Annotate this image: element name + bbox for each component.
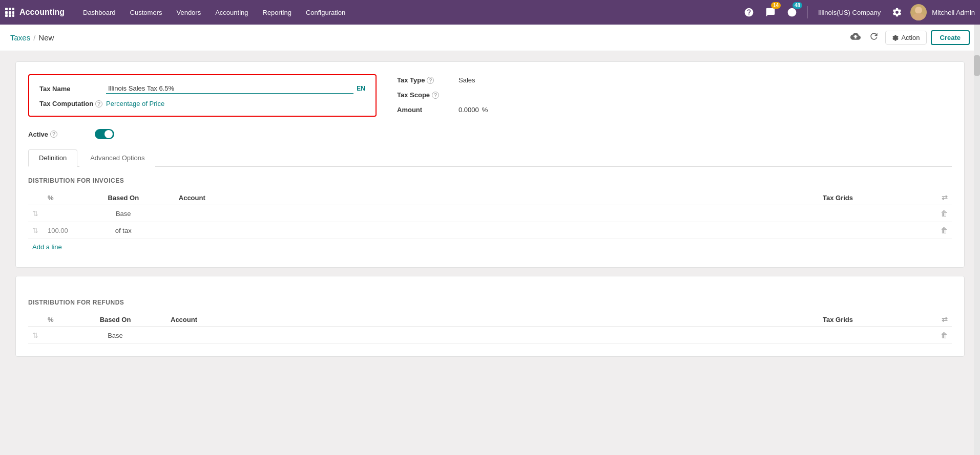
tax-name-label: Tax Name <box>39 85 106 93</box>
tax-type-help[interactable]: ? <box>427 77 434 84</box>
row2-account <box>175 222 819 239</box>
main-content: Tax Name EN Tax Computation ? Percentage… <box>0 51 980 375</box>
upload-icon[interactable] <box>848 29 863 46</box>
svg-rect-0 <box>5 8 8 10</box>
top-navigation: Accounting Dashboard Customers Vendors A… <box>0 0 980 25</box>
scroll-thumb[interactable] <box>974 55 980 76</box>
col-sort-header <box>28 190 44 205</box>
delete-row2-icon[interactable]: 🗑 <box>941 226 948 234</box>
amount-row: Amount 0.0000 % <box>397 106 952 114</box>
amount-value-row: 0.0000 % <box>458 106 488 114</box>
table-row: ⇅ Base 🗑 <box>28 205 952 222</box>
clock-badge: 48 <box>793 2 802 9</box>
settings-icon[interactable] <box>889 4 905 20</box>
add-line-button[interactable]: Add a line <box>28 239 66 255</box>
nav-reporting[interactable]: Reporting <box>257 6 298 19</box>
tab-definition[interactable]: Definition <box>28 149 77 167</box>
app-name: Accounting <box>19 8 65 17</box>
refunds-row1-based: Base <box>64 327 166 344</box>
chat-badge: 14 <box>771 2 781 9</box>
nav-vendors[interactable]: Vendors <box>170 6 207 19</box>
col-percent-header: % <box>44 190 72 205</box>
tax-scope-help[interactable]: ? <box>432 92 439 99</box>
svg-point-9 <box>915 7 922 14</box>
action-label: Action <box>901 34 920 41</box>
distribution-invoices-section: DISTRIBUTION FOR INVOICES % Based On Acc… <box>28 177 952 255</box>
refunds-col-transfer-icon: ⇄ <box>921 312 952 327</box>
transfer-arrows-icon[interactable]: ⇄ <box>942 193 948 202</box>
tax-computation-help[interactable]: ? <box>95 100 102 107</box>
refunds-delete-row1-icon[interactable]: 🗑 <box>941 331 948 339</box>
avatar[interactable] <box>910 4 927 20</box>
refunds-row1-account <box>166 327 819 344</box>
distribution-invoices-table: % Based On Account Tax Grids ⇄ ⇅ Base <box>28 190 952 239</box>
svg-rect-4 <box>9 11 11 14</box>
top-fields-row: Tax Name EN Tax Computation ? Percentage… <box>28 74 952 121</box>
distribution-refunds-card: DISTRIBUTION FOR REFUNDS % Based On Acco… <box>15 276 965 357</box>
refunds-sort-handle-1[interactable]: ⇅ <box>32 331 38 339</box>
refresh-icon[interactable] <box>867 29 881 46</box>
tax-type-row: Tax Type ? Sales <box>397 76 952 84</box>
distribution-refunds-table: % Based On Account Tax Grids ⇄ ⇅ Base <box>28 312 952 344</box>
refunds-row1-percent <box>44 327 64 344</box>
tax-computation-select[interactable]: Percentage of Price <box>106 100 164 107</box>
action-button[interactable]: Action <box>885 31 926 45</box>
tax-scope-label: Tax Scope ? <box>397 91 458 99</box>
row1-taxgrids <box>819 205 921 222</box>
breadcrumb-separator: / <box>33 33 35 42</box>
left-fields-box: Tax Name EN Tax Computation ? Percentage… <box>28 74 377 117</box>
table-row: ⇅ Base 🗑 <box>28 327 952 344</box>
tax-name-row: Tax Name EN <box>39 83 365 94</box>
user-name: Mitchell Admin <box>932 9 975 16</box>
amount-unit: % <box>482 106 488 114</box>
refunds-row1-taxgrids <box>819 327 921 344</box>
distribution-refunds-title: DISTRIBUTION FOR REFUNDS <box>28 299 952 306</box>
row2-percent: 100.00 <box>44 222 72 239</box>
svg-rect-1 <box>9 8 11 10</box>
breadcrumb-current: New <box>38 33 54 42</box>
chat-icon[interactable]: 14 <box>762 4 779 20</box>
col-taxgrids-header: Tax Grids <box>819 190 921 205</box>
col-based-header: Based On <box>72 190 175 205</box>
active-row: Active ? <box>28 129 952 139</box>
tax-type-label: Tax Type ? <box>397 76 458 84</box>
svg-point-10 <box>912 13 925 20</box>
refunds-col-account-header: Account <box>166 312 819 327</box>
support-icon[interactable] <box>741 4 757 20</box>
row2-taxgrids <box>819 222 921 239</box>
active-label: Active ? <box>28 131 95 138</box>
nav-configuration[interactable]: Configuration <box>300 6 351 19</box>
toolbar: Taxes / New Action Create <box>0 25 980 51</box>
svg-rect-7 <box>9 14 11 17</box>
tab-advanced-options[interactable]: Advanced Options <box>79 149 155 167</box>
active-help[interactable]: ? <box>50 131 57 138</box>
form-card: Tax Name EN Tax Computation ? Percentage… <box>15 61 965 268</box>
tax-computation-value: Percentage of Price <box>106 100 365 107</box>
col-transfer-icon: ⇄ <box>921 190 952 205</box>
scrollbar[interactable] <box>974 25 980 375</box>
tax-computation-label: Tax Computation ? <box>39 100 106 107</box>
distribution-invoices-title: DISTRIBUTION FOR INVOICES <box>28 177 952 184</box>
delete-row1-icon[interactable]: 🗑 <box>941 209 948 218</box>
breadcrumb-taxes[interactable]: Taxes <box>10 33 30 42</box>
svg-rect-2 <box>12 8 14 10</box>
grid-menu-icon[interactable] <box>5 8 14 17</box>
sort-handle-1[interactable]: ⇅ <box>32 209 38 218</box>
create-button[interactable]: Create <box>931 30 970 45</box>
refunds-col-percent-header: % <box>44 312 64 327</box>
amount-label: Amount <box>397 106 458 114</box>
svg-rect-5 <box>12 11 14 14</box>
refunds-transfer-arrows-icon[interactable]: ⇄ <box>942 315 948 323</box>
tax-name-input[interactable] <box>106 83 353 94</box>
right-fields-box: Tax Type ? Sales Tax Scope ? Amount 0.00… <box>397 74 952 121</box>
nav-accounting[interactable]: Accounting <box>209 6 254 19</box>
active-toggle[interactable] <box>95 129 114 139</box>
tax-type-value: Sales <box>458 76 475 84</box>
lang-badge[interactable]: EN <box>357 85 365 92</box>
clock-icon[interactable]: 48 <box>784 4 800 20</box>
sort-handle-2[interactable]: ⇅ <box>32 226 38 234</box>
nav-dashboard[interactable]: Dashboard <box>77 6 122 19</box>
svg-rect-3 <box>5 11 8 14</box>
amount-value: 0.0000 <box>458 106 479 114</box>
nav-customers[interactable]: Customers <box>124 6 169 19</box>
